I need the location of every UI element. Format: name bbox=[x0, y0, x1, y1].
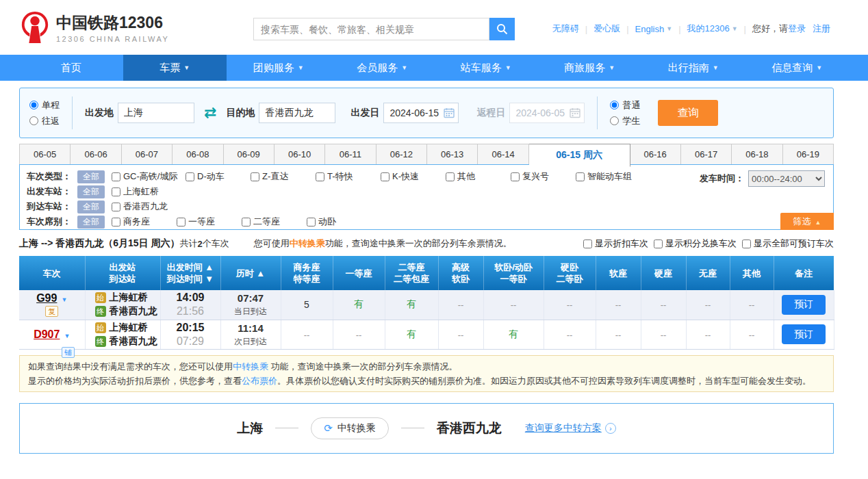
filter-train-type[interactable]: K-快速 bbox=[381, 170, 446, 183]
filter-checkbox[interactable] bbox=[251, 172, 259, 181]
round-trip-radio[interactable]: 往返 bbox=[29, 115, 60, 127]
calendar-icon[interactable] bbox=[444, 107, 455, 118]
date-tab[interactable]: 06-17 bbox=[681, 144, 732, 165]
login-link[interactable]: 登录 bbox=[788, 23, 806, 35]
show-bookable-checkbox[interactable]: 显示全部可预订车次 bbox=[742, 237, 834, 250]
from-station-all-button[interactable]: 全部 bbox=[77, 185, 105, 198]
accessibility-link[interactable]: 无障碍 bbox=[552, 23, 579, 35]
filter-checkbox[interactable] bbox=[316, 172, 324, 181]
checkbox[interactable] bbox=[583, 240, 592, 248]
filter-seat-class[interactable]: 一等座 bbox=[177, 216, 242, 228]
my12306-link[interactable]: 我的12306 bbox=[687, 23, 730, 35]
chevron-down-icon[interactable]: ▼ bbox=[64, 333, 70, 339]
filter-checkbox[interactable] bbox=[177, 218, 186, 226]
nav-travel-guide[interactable]: 出行指南▼ bbox=[641, 55, 745, 81]
care-version-link[interactable]: 爱心版 bbox=[593, 23, 620, 35]
nav-business-travel[interactable]: 商旅服务▼ bbox=[538, 55, 642, 81]
more-transfer-link[interactable]: 查询更多中转方案 bbox=[525, 422, 602, 433]
date-tab[interactable]: 06-14 bbox=[478, 144, 528, 165]
student-passenger-radio[interactable]: 学生 bbox=[610, 115, 640, 127]
filter-train-type[interactable]: T-特快 bbox=[316, 170, 381, 183]
book-button[interactable]: 预订 bbox=[782, 295, 826, 315]
date-tab[interactable]: 06-11 bbox=[325, 144, 376, 165]
date-tab[interactable]: 06-16 bbox=[630, 144, 681, 165]
filter-train-type[interactable]: 智能动车组 bbox=[576, 170, 641, 183]
filter-label: 二等座 bbox=[253, 216, 280, 228]
filter-checkbox[interactable] bbox=[186, 172, 194, 181]
date-tab[interactable]: 06-10 bbox=[275, 144, 325, 165]
filter-to-station[interactable]: 香港西九龙 bbox=[112, 200, 177, 213]
filter-checkbox[interactable] bbox=[576, 172, 585, 181]
from-station-input[interactable] bbox=[118, 103, 194, 123]
logo[interactable]: 中国铁路12306 12306 CHINA RAILWAY bbox=[19, 10, 169, 45]
filter-button[interactable]: 筛选▲ bbox=[780, 213, 834, 230]
filter-from-station[interactable]: 上海虹桥 bbox=[112, 185, 177, 198]
one-way-radio[interactable]: 单程 bbox=[29, 99, 60, 112]
filter-train-type[interactable]: 复兴号 bbox=[511, 170, 576, 183]
filter-checkbox[interactable] bbox=[112, 218, 120, 226]
filter-train-type[interactable]: 其他 bbox=[446, 170, 511, 183]
date-tab[interactable]: 06-07 bbox=[122, 144, 173, 165]
date-tab[interactable]: 06-09 bbox=[224, 144, 275, 165]
search-button[interactable] bbox=[489, 18, 515, 40]
nav-information[interactable]: 信息查询▼ bbox=[745, 55, 850, 81]
date-tab[interactable]: 06-19 bbox=[783, 144, 834, 165]
to-station-all-button[interactable]: 全部 bbox=[77, 200, 105, 213]
seat-class-all-button[interactable]: 全部 bbox=[77, 216, 105, 229]
filter-checkbox[interactable] bbox=[112, 172, 120, 181]
filter-seat-class[interactable]: 二等座 bbox=[242, 216, 307, 228]
col-duration-sort[interactable]: 历时 ▲ bbox=[220, 256, 281, 290]
filter-checkbox[interactable] bbox=[381, 172, 390, 181]
date-tab[interactable]: 06-08 bbox=[173, 144, 223, 165]
chevron-down-icon[interactable]: ▼ bbox=[61, 296, 67, 303]
transfer-pill-button[interactable]: ⟳ 中转换乘 bbox=[311, 417, 389, 439]
filter-checkbox[interactable] bbox=[242, 218, 251, 226]
search-input[interactable] bbox=[253, 18, 489, 40]
date-tab[interactable]: 06-18 bbox=[732, 144, 782, 165]
arrow-right-circle-icon[interactable]: › bbox=[605, 423, 616, 434]
col-second-class: 二等座 二等包座 bbox=[385, 256, 438, 290]
nav-tickets[interactable]: 车票▼ bbox=[123, 55, 227, 81]
nav-member-services[interactable]: 会员服务▼ bbox=[331, 55, 435, 81]
book-button[interactable]: 预订 bbox=[782, 324, 826, 344]
normal-passenger-radio-input[interactable] bbox=[610, 101, 619, 109]
published-price-link[interactable]: 公布票价 bbox=[242, 376, 277, 386]
transfer-link[interactable]: 中转换乘 bbox=[233, 361, 268, 372]
train-type-all-button[interactable]: 全部 bbox=[77, 170, 105, 183]
checkbox[interactable] bbox=[654, 240, 663, 248]
date-tab[interactable]: 06-05 bbox=[19, 144, 71, 165]
filter-checkbox[interactable] bbox=[446, 172, 455, 181]
filter-seat-class[interactable]: 动卧 bbox=[307, 216, 372, 228]
show-discount-checkbox[interactable]: 显示折扣车次 bbox=[583, 237, 648, 250]
filter-checkbox[interactable] bbox=[112, 203, 120, 211]
filter-checkbox[interactable] bbox=[112, 187, 120, 196]
filter-train-type[interactable]: GC-高铁/城际 bbox=[112, 170, 186, 183]
english-link[interactable]: English bbox=[635, 24, 665, 34]
filter-train-type[interactable]: Z-直达 bbox=[251, 170, 316, 183]
date-tab[interactable]: 06-06 bbox=[71, 144, 121, 165]
to-station-input[interactable] bbox=[259, 103, 335, 123]
col-times-sort[interactable]: 出发时间 ▲ 到达时间 ▼ bbox=[160, 256, 220, 290]
query-button[interactable]: 查询 bbox=[658, 100, 718, 126]
filter-checkbox[interactable] bbox=[511, 172, 520, 181]
date-tab[interactable]: 06-12 bbox=[376, 144, 427, 165]
train-number-link[interactable]: G99 bbox=[36, 292, 57, 304]
filter-train-type[interactable]: D-动车 bbox=[186, 170, 251, 183]
date-tab[interactable]: 06-13 bbox=[427, 144, 478, 165]
filter-seat-class[interactable]: 商务座 bbox=[112, 216, 177, 228]
student-passenger-radio-input[interactable] bbox=[610, 116, 619, 125]
filter-checkbox[interactable] bbox=[307, 218, 316, 226]
round-trip-radio-input[interactable] bbox=[29, 116, 38, 125]
register-link[interactable]: 注册 bbox=[813, 23, 830, 35]
train-number-link[interactable]: D907 bbox=[34, 328, 60, 340]
show-points-checkbox[interactable]: 显示积分兑换车次 bbox=[654, 237, 737, 250]
one-way-radio-input[interactable] bbox=[29, 101, 38, 109]
swap-stations-icon[interactable]: ⇄ bbox=[204, 104, 216, 122]
normal-passenger-radio[interactable]: 普通 bbox=[610, 99, 640, 112]
depart-time-select[interactable]: 00:00--24:00 bbox=[748, 170, 825, 187]
nav-group-services[interactable]: 团购服务▼ bbox=[227, 55, 331, 81]
date-tab-active[interactable]: 06-15 周六 bbox=[529, 144, 630, 167]
nav-home[interactable]: 首页 bbox=[19, 55, 123, 81]
checkbox[interactable] bbox=[742, 240, 751, 248]
nav-station-services[interactable]: 站车服务▼ bbox=[434, 55, 538, 81]
